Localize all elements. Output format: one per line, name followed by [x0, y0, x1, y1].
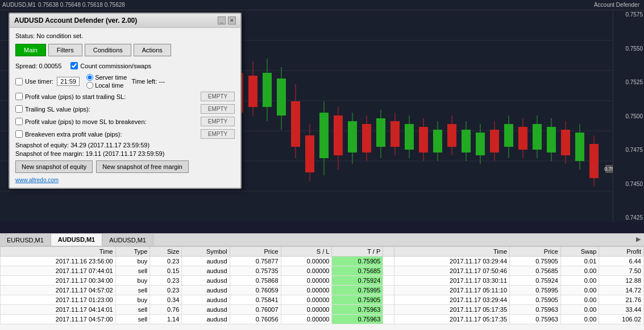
- trailing-empty-btn-1[interactable]: EMPTY: [201, 92, 235, 101]
- ticker-label: AUDUSD,M1: [2, 2, 36, 8]
- trailing-text-1: Profit value (pips) to start trailing SL…: [25, 93, 126, 100]
- trades-table: Time Type Size Symbol Price S / L T / P …: [0, 246, 644, 324]
- cell-size: 0.15: [150, 266, 182, 276]
- minimize-button[interactable]: _: [218, 16, 226, 24]
- trades-table-body: 2017.11.16 23:56:00 buy 0.23 audusd 0.75…: [1, 257, 644, 324]
- cell-tp: 0.75963: [332, 315, 383, 324]
- timer-value-input[interactable]: [57, 77, 80, 86]
- trades-panel: EURUSD,M1 AUDUSD,M1 AUDUSD,M1 ▶ Time Typ…: [0, 233, 644, 330]
- cell-size: 0.34: [150, 295, 182, 305]
- cell-tp: 0.75924: [332, 276, 383, 286]
- cell-type: sell: [115, 286, 150, 295]
- cell-profit: 7.50: [599, 266, 644, 276]
- cell-price2: 0.75685: [510, 266, 561, 276]
- svg-rect-48: [518, 127, 527, 150]
- local-time-label: Local time: [95, 82, 123, 89]
- commission-text: Count commission/swaps: [80, 63, 151, 69]
- svg-rect-34: [419, 127, 428, 152]
- cell-time: 2017.11.17 01:23:00: [1, 295, 116, 305]
- table-header-row: Time Type Size Symbol Price S / L T / P …: [1, 247, 644, 257]
- cell-sl: 0.00000: [281, 305, 332, 315]
- trailing-row-4: Breakeven extra profit value (pips): EMP…: [15, 129, 235, 139]
- svg-rect-46: [504, 124, 513, 147]
- cell-tp: 0.75995: [332, 286, 383, 295]
- trailing-cb-3[interactable]: [15, 118, 23, 125]
- svg-rect-44: [490, 130, 499, 152]
- trailing-empty-btn-4[interactable]: EMPTY: [201, 129, 235, 139]
- cell-type: buy: [115, 257, 150, 266]
- trade-tab-1[interactable]: AUDUSD,M1: [51, 234, 102, 246]
- local-time-row: Local time: [86, 82, 127, 89]
- trailing-cb-4[interactable]: [15, 130, 23, 138]
- svg-rect-32: [405, 124, 414, 150]
- col-price: Price: [230, 247, 281, 257]
- cell-type: sell: [115, 315, 150, 324]
- tabs-right-arrow[interactable]: ▶: [633, 234, 644, 246]
- price-label-5: 0.7475: [614, 147, 643, 153]
- svg-rect-20: [319, 113, 329, 158]
- close-button[interactable]: ✕: [228, 16, 236, 24]
- col-time: Time: [1, 247, 116, 257]
- cell-time2: 2017.11.17 03:29:44: [394, 257, 510, 266]
- server-time-label: Server time: [95, 74, 127, 81]
- cell-swap: 0.00: [560, 266, 599, 276]
- main-tab-button[interactable]: Main: [15, 44, 46, 56]
- svg-rect-58: [589, 144, 599, 178]
- col-size: Size: [150, 247, 182, 257]
- trailing-row-3: Profit value (pips) to move SL to breake…: [15, 117, 235, 126]
- cell-sl: 0.00000: [281, 315, 332, 324]
- price-info-label: 0.75638 0.75648 0.75618 0.75628: [38, 2, 125, 8]
- cell-size: 1.14: [150, 315, 182, 324]
- cell-size: 0.76: [150, 305, 182, 315]
- cell-tp: 0.75685: [332, 266, 383, 276]
- use-timer-text: Use timer:: [25, 78, 53, 85]
- use-timer-checkbox[interactable]: [15, 78, 23, 85]
- commission-checkbox[interactable]: [70, 62, 78, 69]
- trade-tab-0[interactable]: EURUSD,M1: [0, 234, 51, 246]
- cell-swap: 0.00: [560, 276, 599, 286]
- trailing-label-4: Breakeven extra profit value (pips):: [15, 130, 201, 138]
- snapshot-free-text: Snapshot of free margin: 19.11 (2017.11.…: [15, 150, 164, 157]
- cell-sl: 0.00000: [281, 286, 332, 295]
- trailing-text-4: Breakeven extra profit value (pips):: [25, 131, 122, 138]
- cell-spacer: [383, 276, 394, 286]
- trade-tab-2[interactable]: AUDUSD,M1: [102, 234, 153, 246]
- server-time-radio[interactable]: [86, 74, 93, 81]
- snapshot-free-button[interactable]: New snapshot of free margin: [96, 160, 189, 173]
- cell-size: 0.23: [150, 286, 182, 295]
- cell-time2: 2017.11.17 03:30:11: [394, 276, 510, 286]
- conditions-tab-button[interactable]: Conditions: [85, 44, 131, 56]
- cell-sl: 0.00000: [281, 295, 332, 305]
- filters-tab-button[interactable]: Filters: [48, 44, 82, 56]
- trailing-empty-btn-3[interactable]: EMPTY: [201, 117, 235, 126]
- cell-symbol: audusd: [182, 295, 230, 305]
- trailing-cb-2[interactable]: [15, 105, 23, 113]
- trailing-row-1: Profit value (pips) to start trailing SL…: [15, 92, 235, 101]
- cell-profit: 21.76: [599, 295, 644, 305]
- svg-text:0.75: 0.75: [604, 166, 613, 172]
- snapshot-equity-text: Snapshot of equity: 34.29 (2017.11.17 23…: [15, 142, 149, 148]
- table-row: 2017.11.17 04:57:00 sell 1.14 audusd 0.7…: [1, 315, 644, 324]
- cell-time2: 2017.11.17 05:17:35: [394, 315, 510, 324]
- snapshot-equity-button[interactable]: New snapshot of equity: [15, 160, 93, 173]
- use-timer-label: Use timer:: [15, 78, 53, 85]
- trailing-cb-1[interactable]: [15, 93, 23, 100]
- cell-symbol: audusd: [182, 286, 230, 295]
- local-time-radio[interactable]: [86, 82, 93, 89]
- cell-symbol: audusd: [182, 276, 230, 286]
- trailing-text-3: Profit value (pips) to move SL to breake…: [25, 118, 147, 125]
- tab-button-row: Main Filters Conditions Actions: [15, 44, 235, 56]
- cell-price: 0.75868: [230, 276, 281, 286]
- price-label-4: 0.7500: [614, 113, 643, 119]
- server-time-row: Server time: [86, 74, 127, 81]
- price-label-3: 0.7525: [614, 79, 643, 85]
- dialog-title-bar[interactable]: AUDUSD Account Defender (ver. 2.00) _ ✕: [10, 14, 240, 28]
- cell-time2: 2017.11.17 07:50:46: [394, 266, 510, 276]
- cell-time: 2017.11.17 00:34:00: [1, 276, 116, 286]
- website-link[interactable]: www.altredo.com: [15, 177, 59, 183]
- trailing-empty-btn-2[interactable]: EMPTY: [201, 104, 235, 114]
- cell-tp: 0.75905: [332, 295, 383, 305]
- col-symbol: Symbol: [182, 247, 230, 257]
- actions-tab-button[interactable]: Actions: [134, 44, 171, 56]
- col-price2: Price: [510, 247, 561, 257]
